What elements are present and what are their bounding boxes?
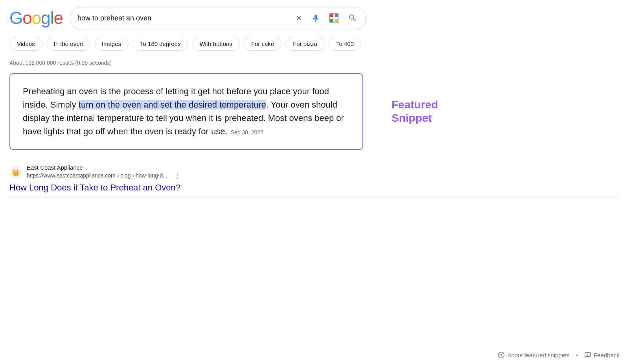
results-area: About 132,000,000 results (0.35 seconds)… (0, 54, 393, 198)
featured-snippet-container: Preheating an oven is the process of let… (9, 73, 384, 150)
about-snippets-label: About featured snippets (507, 352, 569, 359)
result-site-info: 👑 East Coast Appliance https://www.eastc… (9, 164, 384, 180)
site-favicon: 👑 (9, 166, 22, 179)
svg-rect-1 (330, 14, 333, 17)
tab-in-the-oven[interactable]: In the oven (46, 37, 90, 51)
site-url: https://www.eastcoastappliance.com › blo… (27, 172, 167, 179)
tab-images[interactable]: Images (94, 37, 129, 51)
svg-rect-3 (330, 19, 333, 22)
logo-e: e (53, 8, 63, 27)
search-icons: ✕ (294, 11, 359, 25)
logo-g: G (9, 8, 22, 27)
about-featured-snippets-link[interactable]: ? About featured snippets (498, 351, 569, 359)
logo-g2: g (41, 8, 50, 27)
logo-o1: o (22, 8, 31, 27)
snippet-date: Sep 30, 2022 (231, 129, 263, 135)
mic-icon (311, 13, 320, 23)
feedback-link[interactable]: Feedback (584, 351, 620, 359)
search-result-1: 👑 East Coast Appliance https://www.eastc… (9, 159, 384, 198)
snippet-text: Preheating an oven is the process of let… (23, 85, 350, 138)
search-icon (348, 13, 357, 23)
bottom-bar: ? About featured snippets • Feedback (0, 346, 629, 364)
site-name: East Coast Appliance (27, 164, 182, 171)
voice-search-button[interactable] (309, 12, 322, 24)
svg-rect-4 (335, 19, 338, 22)
site-meta: East Coast Appliance https://www.eastcoa… (27, 164, 182, 180)
tab-with-buttons[interactable]: With buttons (192, 37, 239, 51)
site-url-row: https://www.eastcoastappliance.com › blo… (27, 171, 182, 180)
search-input[interactable]: how to preheat an oven (77, 14, 289, 22)
google-logo: Google (9, 8, 63, 28)
header: Google how to preheat an oven ✕ (0, 0, 629, 34)
lens-icon (329, 13, 339, 23)
tab-for-cake[interactable]: For cake (244, 37, 281, 51)
result-title-link[interactable]: How Long Does it Take to Preheat an Oven… (9, 183, 384, 193)
featured-snippet-box: Preheating an oven is the process of let… (9, 73, 363, 150)
tab-for-pizza[interactable]: For pizza (285, 37, 325, 51)
search-bar: how to preheat an oven ✕ (71, 7, 366, 29)
tab-videos[interactable]: Videos (9, 37, 42, 51)
dot-separator: • (576, 352, 578, 359)
feedback-icon (584, 351, 591, 359)
results-count: About 132,000,000 results (0.35 seconds) (9, 60, 384, 66)
tab-to-180-degrees[interactable]: To 180 degrees (132, 37, 188, 51)
favicon-emoji: 👑 (11, 168, 20, 177)
search-button[interactable] (346, 12, 359, 24)
divider (9, 198, 620, 198)
lens-search-button[interactable] (327, 11, 341, 25)
more-options-button[interactable]: ⋮ (174, 171, 182, 180)
filter-tabs-bar: Videos In the oven Images To 180 degrees… (0, 34, 629, 54)
featured-snippet-label: Featured Snippet (392, 99, 470, 125)
snippet-highlighted-text: turn on the oven and set the desired tem… (79, 100, 266, 110)
svg-rect-2 (335, 14, 338, 17)
feedback-label: Feedback (594, 352, 620, 359)
clear-icon: ✕ (296, 13, 302, 23)
tab-to-400[interactable]: To 400 (329, 37, 361, 51)
clear-button[interactable]: ✕ (294, 12, 304, 24)
info-icon: ? (498, 351, 505, 359)
svg-text:?: ? (500, 353, 502, 357)
logo-o2: o (32, 8, 41, 27)
